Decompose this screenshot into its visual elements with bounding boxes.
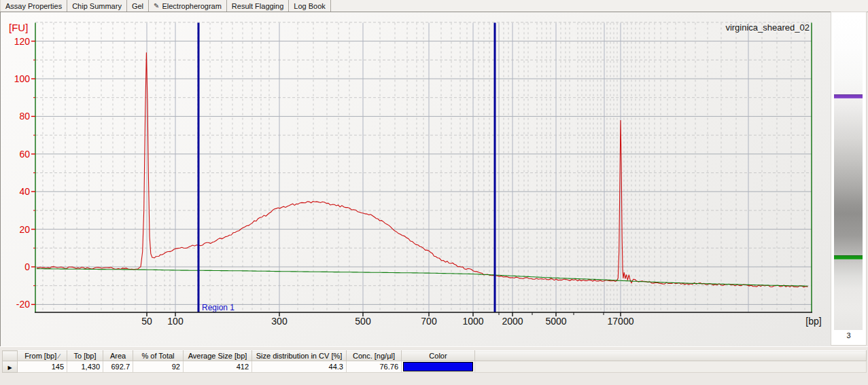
table-row: ▶1451,430692.79241244.376.76 [3,361,867,373]
electropherogram-chart[interactable]: Region 1-20020406080100120[FU]5010030050… [1,12,831,347]
upper-marker-band [834,94,863,98]
tab-result-flagging[interactable]: Result Flagging [227,0,289,12]
y-tick-label: 20 [19,224,30,235]
cell-value[interactable]: 692.7 [103,361,133,373]
tab-gel[interactable]: Gel [127,0,149,12]
x-tick-label: 2000 [502,316,523,327]
tab-label: Result Flagging [232,2,283,10]
y-tick-label: -20 [16,299,30,310]
column-header-conc-ng-l-[interactable]: Conc. [ng/µl] [347,351,402,361]
x-tick-label: 1000 [462,316,483,327]
x-tick-label: 5000 [545,316,566,327]
tab-electropherogram[interactable]: ✎Electropherogram [149,0,227,12]
electropherogram-panel: Region 1-20020406080100120[FU]5010030050… [0,12,831,346]
cell-value[interactable]: 76.76 [347,361,402,373]
sort-ascending-icon: ∕ [58,352,60,360]
y-tick-label: 40 [19,186,30,197]
x-tick-label: 700 [421,316,437,327]
pencil-icon: ✎ [154,3,159,10]
tab-assay-properties[interactable]: Assay Properties [0,0,67,12]
x-tick-label: 300 [271,316,288,327]
baseline-trace [37,269,808,287]
cell-value[interactable]: 145 [18,361,67,373]
column-header-filler [475,351,867,361]
cell-color[interactable] [402,361,475,373]
sample-title: virginica_sheared_02 [725,22,810,33]
cell-value[interactable]: 412 [184,361,252,373]
results-panel: From [bp]∕To [bp]Area% of TotalAverage S… [0,346,868,385]
column-header-color[interactable]: Color [402,351,475,361]
y-tick-label: 120 [14,36,31,47]
sample-trace [37,52,808,287]
x-tick-label: 17000 [608,316,634,327]
cell-filler [475,361,867,373]
tab-label: Gel [132,2,143,10]
tab-label: Chip Summary [72,2,122,10]
x-tick-label: 500 [355,316,371,327]
gel-lane[interactable] [834,15,863,330]
y-tick-label: 100 [14,73,31,84]
gel-lane-number: 3 [831,331,866,340]
column-header-%-of-total[interactable]: % of Total [133,351,184,361]
tab-log-book[interactable]: Log Book [289,0,330,12]
region-label[interactable]: Region 1 [202,303,235,312]
gel-lane-panel: 3 [831,12,867,346]
cell-value[interactable]: 1,430 [67,361,103,373]
cell-value[interactable]: 92 [133,361,184,373]
lower-marker-band [834,255,863,259]
x-axis-unit-label: [bp] [805,316,821,327]
y-tick-label: 0 [24,261,30,272]
column-header-average-size-bp-[interactable]: Average Size [bp] [184,351,252,361]
column-header-from-bp-[interactable]: From [bp]∕ [18,351,67,361]
row-arrow-icon: ▶ [7,365,12,371]
region-results-table: From [bp]∕To [bp]Area% of TotalAverage S… [2,350,867,373]
column-header-size-distribution-in-cv-%-[interactable]: Size distribution in CV [%] [252,351,347,361]
tab-chip-summary[interactable]: Chip Summary [67,0,127,12]
region-color-swatch [403,362,473,371]
column-header-to-bp-[interactable]: To [bp] [67,351,103,361]
tab-label: Electropherogram [162,2,221,10]
current-row-marker[interactable]: ▶ [3,361,18,373]
y-tick-label: 80 [19,111,30,122]
cell-value[interactable]: 44.3 [252,361,347,373]
row-selector-header [3,351,18,361]
y-axis-unit-label: [FU] [9,22,28,33]
x-tick-label: 100 [167,316,184,327]
tab-label: Log Book [294,2,325,10]
x-tick-label: 50 [141,316,152,327]
tab-bar: Assay PropertiesChip SummaryGel✎Electrop… [0,0,868,12]
y-tick-label: 60 [19,149,30,160]
tab-label: Assay Properties [5,2,62,10]
column-header-area[interactable]: Area [103,351,133,361]
